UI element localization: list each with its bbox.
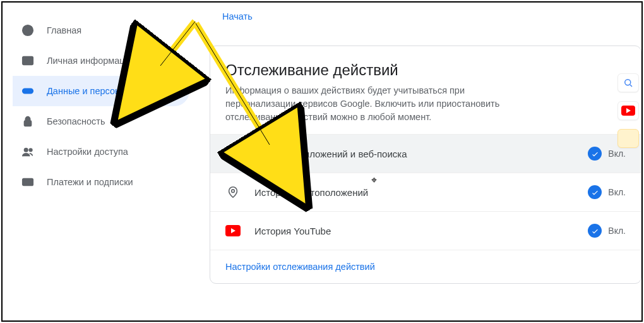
id-card-icon xyxy=(20,53,35,68)
row-label: История YouTube xyxy=(254,226,588,236)
main-content: Начать Отслеживание действий Информация … xyxy=(205,3,641,320)
sidebar-item-personal-info[interactable]: Личная информация xyxy=(13,46,189,76)
sidebar-item-home[interactable]: Главная xyxy=(13,15,189,46)
row-app-web-history[interactable]: История приложений и веб-поиска Вкл. xyxy=(210,134,641,173)
location-pin-icon xyxy=(225,185,241,200)
card-description: Информация о ваших действиях будет учиты… xyxy=(210,84,539,134)
check-icon xyxy=(588,224,602,238)
svg-point-11 xyxy=(625,80,631,85)
row-status: Вкл. xyxy=(588,224,626,238)
history-icon xyxy=(225,146,241,161)
activity-tracking-card: Отслеживание действий Информация о ваших… xyxy=(210,46,641,284)
activity-settings-link[interactable]: Настройки отслеживания действий xyxy=(210,250,641,283)
sidebar-item-label: Платежи и подписки xyxy=(47,177,133,187)
side-icon-misc xyxy=(617,129,639,148)
row-status: Вкл. xyxy=(588,185,626,199)
svg-rect-4 xyxy=(23,88,33,93)
sidebar-item-data-personalization[interactable]: Данные и персонализация xyxy=(13,76,189,106)
status-text: Вкл. xyxy=(608,226,626,236)
row-youtube-history[interactable]: История YouTube Вкл. xyxy=(210,211,641,250)
credit-card-icon xyxy=(20,174,35,190)
row-status: Вкл. xyxy=(588,147,626,161)
side-icon-search xyxy=(617,73,639,92)
svg-point-3 xyxy=(25,59,27,61)
svg-rect-9 xyxy=(23,179,33,186)
svg-point-1 xyxy=(26,27,30,31)
card-title: Отслеживание действий xyxy=(210,61,641,84)
user-circle-icon xyxy=(20,23,35,38)
sidebar-item-payments[interactable]: Платежи и подписки xyxy=(13,167,189,197)
side-icon-youtube xyxy=(617,101,639,120)
svg-rect-6 xyxy=(25,121,32,126)
row-label: История местоположений xyxy=(254,187,588,198)
sidebar-item-security[interactable]: Безопасность xyxy=(13,106,189,137)
row-label: История приложений и веб-поиска xyxy=(254,149,588,159)
side-icon-strip xyxy=(617,73,639,148)
svg-point-10 xyxy=(232,190,235,193)
toggle-icon xyxy=(20,83,35,99)
start-link[interactable]: Начать xyxy=(210,3,641,30)
sidebar-item-label: Безопасность xyxy=(47,116,105,126)
row-location-history[interactable]: История местоположений Вкл. xyxy=(210,173,641,211)
svg-point-7 xyxy=(25,149,28,152)
sidebar-item-label: Данные и персонализация xyxy=(47,86,160,96)
svg-point-5 xyxy=(25,90,27,92)
status-text: Вкл. xyxy=(608,149,626,159)
sidebar-item-label: Настройки доступа xyxy=(47,147,128,157)
lock-icon xyxy=(20,114,35,129)
people-icon xyxy=(20,144,35,159)
youtube-icon xyxy=(225,223,241,238)
sidebar: Главная Личная информация Данные и персо… xyxy=(3,3,205,320)
sidebar-item-sharing[interactable]: Настройки доступа xyxy=(13,137,189,167)
check-icon xyxy=(588,185,602,199)
sidebar-item-label: Личная информация xyxy=(47,56,135,66)
sidebar-item-label: Главная xyxy=(47,25,81,35)
svg-point-8 xyxy=(29,149,32,152)
status-text: Вкл. xyxy=(608,187,626,197)
check-icon xyxy=(588,147,602,161)
